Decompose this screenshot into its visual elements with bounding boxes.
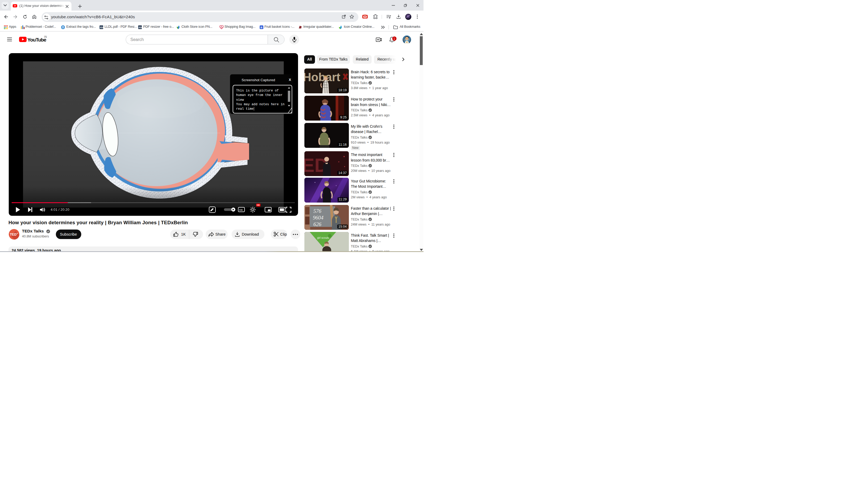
svg-text:TED: TED	[10, 233, 17, 236]
svg-text:9604: 9604	[313, 215, 324, 220]
svg-text:B: B	[261, 26, 263, 29]
svg-text:girl scouts: girl scouts	[317, 236, 329, 239]
svg-text:626: 626	[313, 221, 321, 227]
svg-text:Hobart: Hobart	[305, 71, 340, 84]
svg-text:576: 576	[313, 208, 321, 214]
svg-text:PDF: PDF	[100, 26, 103, 29]
svg-text:x: x	[17, 232, 18, 235]
svg-text:PDF: PDF	[138, 26, 142, 29]
svg-text:CC: CC	[239, 209, 243, 211]
